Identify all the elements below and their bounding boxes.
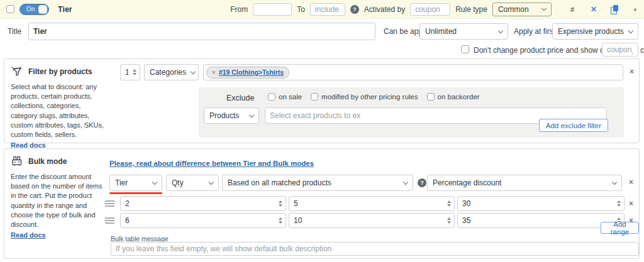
category-chip[interactable]: × #19 Clothing>Tshirts <box>206 67 289 79</box>
exclude-type-select[interactable]: Products <box>204 107 259 124</box>
rule-type-value: Common <box>498 5 529 14</box>
mode-highlight-underline <box>109 192 162 194</box>
add-range-button[interactable]: Add range <box>601 222 639 234</box>
bulk-based-on-select[interactable]: Based on all matched products <box>222 175 413 191</box>
filter-section-title: Filter by products <box>28 67 92 76</box>
backorder-label: on backorder <box>438 93 480 101</box>
from-label: From <box>230 5 248 14</box>
apply-first-select[interactable]: Expensive products <box>552 23 638 40</box>
filter-qty-input[interactable] <box>120 64 140 80</box>
rule-type-select[interactable]: Common <box>492 3 552 16</box>
chevron-down-icon <box>152 179 157 184</box>
stepper-arrows-icon[interactable] <box>133 69 136 75</box>
stepper-arrows-icon[interactable] <box>617 200 621 207</box>
range2-from-input[interactable] <box>120 213 286 228</box>
bulk-message-input[interactable] <box>111 242 639 256</box>
chevron-down-icon <box>541 6 547 11</box>
range-discount-stepper[interactable] <box>457 213 625 228</box>
discount-type-value: Percentage discount <box>433 178 501 187</box>
backorder-checkbox[interactable] <box>427 93 435 101</box>
remove-filter-icon[interactable]: × <box>630 67 634 76</box>
funnel-icon <box>11 65 23 78</box>
from-input[interactable] <box>253 3 292 16</box>
filter-type-select[interactable]: Categories <box>144 64 199 80</box>
chevron-down-icon <box>612 179 617 184</box>
range2-to-input[interactable] <box>289 213 455 228</box>
chevron-down-icon <box>628 28 633 33</box>
discount-type-select[interactable]: Percentage discount <box>427 175 622 191</box>
on-sale-label: on sale <box>279 93 302 101</box>
chevron-down-icon <box>403 179 408 184</box>
apply-first-value: Expensive products <box>558 27 624 36</box>
exclude-type-value: Products <box>209 111 239 120</box>
tier-bulk-difference-link[interactable]: Please, read about difference between Ti… <box>109 160 314 167</box>
filter-by-products-panel: Filter by products Select what to discou… <box>4 58 640 143</box>
modified-checkbox[interactable] <box>311 93 318 101</box>
title-row: Title Can be applied Unlimited Apply at … <box>0 23 644 40</box>
chevron-down-icon <box>249 112 254 117</box>
filter-qty-stepper[interactable] <box>120 64 140 80</box>
drag-handle-icon[interactable] <box>105 200 114 207</box>
on-sale-checkbox[interactable] <box>268 93 275 101</box>
add-exclude-filter-button[interactable]: Add exclude filter <box>539 119 608 132</box>
filter-type-value: Categories <box>150 68 186 77</box>
exclude-on-sale-option[interactable]: on sale <box>268 93 302 101</box>
bulk-read-docs-link[interactable]: Read docs <box>11 231 46 239</box>
exclude-checkboxes: on sale modified by other pricing rules … <box>268 93 480 101</box>
rule-id-icon[interactable]: # <box>570 6 574 13</box>
date-help-icon[interactable]: ? <box>350 5 359 14</box>
remove-bulk-row-icon[interactable]: × <box>629 178 633 187</box>
range-to-stepper[interactable] <box>289 213 455 228</box>
coupon-name-input[interactable] <box>602 43 638 57</box>
range-from-stepper[interactable] <box>120 196 286 211</box>
rule-select-checkbox[interactable] <box>6 5 14 13</box>
bulk-based-on-value: Based on all matched products <box>228 178 331 187</box>
range2-discount-input[interactable] <box>457 213 625 228</box>
duplicate-rule-icon[interactable] <box>611 5 619 14</box>
rule-on-toggle[interactable]: On <box>19 4 49 15</box>
range-to-stepper[interactable] <box>289 196 455 211</box>
filter-values-input[interactable]: × #19 Clothing>Tshirts <box>203 64 623 80</box>
range1-discount-input[interactable] <box>457 196 625 211</box>
bulk-help-icon[interactable]: ? <box>418 178 426 187</box>
to-input[interactable] <box>310 3 345 16</box>
stepper-arrows-icon[interactable] <box>447 200 451 207</box>
activated-by-label: Activated by <box>364 5 405 14</box>
range1-from-input[interactable] <box>120 196 286 211</box>
chip-label[interactable]: #19 Clothing>Tshirts <box>219 68 284 76</box>
bulk-mode-select[interactable]: Tier <box>109 175 162 191</box>
delete-rule-icon[interactable]: ✕ <box>591 5 597 14</box>
drag-handle-icon[interactable] <box>105 217 114 224</box>
rule-type-label: Rule type <box>455 5 487 14</box>
remove-range-icon[interactable]: × <box>629 199 633 208</box>
bulk-mode-panel: Bulk mode Enter the discount amount base… <box>4 148 640 259</box>
chip-remove-icon[interactable]: × <box>212 69 216 76</box>
bulk-qty-select[interactable]: Qty <box>166 175 219 191</box>
range1-to-input[interactable] <box>289 196 455 211</box>
filter-section-description: Select what to discount: any products, c… <box>11 82 108 139</box>
toggle-on-label: On <box>26 6 35 13</box>
stepper-arrows-icon[interactable] <box>279 217 282 224</box>
chevron-down-icon <box>498 28 503 33</box>
chevron-down-icon <box>209 179 214 184</box>
factory-icon <box>11 155 23 168</box>
bulk-section-title: Bulk mode <box>28 157 67 166</box>
exclude-modified-option[interactable]: modified by other pricing rules <box>311 93 418 101</box>
exclude-subpanel: Exclude on sale modified by other pricin… <box>199 87 624 138</box>
stepper-arrows-icon[interactable] <box>279 200 282 207</box>
collapse-rule-icon[interactable]: ▲ <box>633 6 638 12</box>
title-input[interactable] <box>28 23 375 40</box>
bulk-mode-value: Tier <box>115 178 128 187</box>
exclude-label: Exclude <box>226 94 254 102</box>
bulk-sidebar: Bulk mode Enter the discount amount base… <box>11 155 108 239</box>
show-as-coupon-checkbox[interactable] <box>461 45 469 53</box>
stepper-arrows-icon[interactable] <box>447 217 451 224</box>
can-be-applied-select[interactable]: Unlimited <box>419 23 508 40</box>
coupon-row: Don't change product price and show disc… <box>0 43 644 58</box>
range-discount-stepper[interactable] <box>457 196 625 211</box>
can-be-applied-value: Unlimited <box>425 27 457 36</box>
activated-by-input[interactable] <box>410 3 450 16</box>
rule-header-bar: On Tier From To ? Activated by Rule type… <box>0 0 644 19</box>
exclude-backorder-option[interactable]: on backorder <box>427 93 480 101</box>
range-from-stepper[interactable] <box>120 213 286 228</box>
